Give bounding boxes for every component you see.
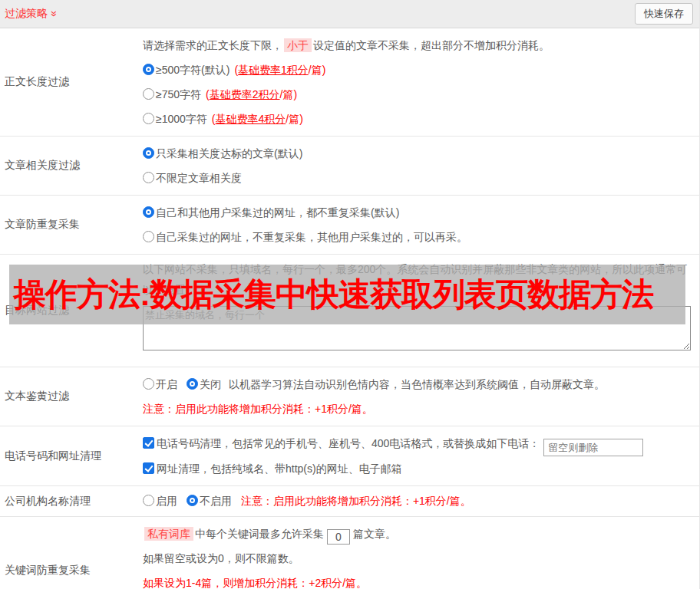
- option-label: 自己采集过的网址，不重复采集，其他用户采集过的，可以再采。: [156, 231, 467, 243]
- top-bar: 过滤策略 » 快速保存: [0, 0, 699, 28]
- keyword-limit-text: 中每个关键词最多允许采集: [195, 528, 324, 540]
- radio-checked-icon[interactable]: [143, 206, 154, 218]
- desc-pre: 请选择需求的正文长度下限，: [143, 39, 282, 51]
- radio-checked-icon[interactable]: [187, 378, 198, 390]
- phone-cleanup-option[interactable]: 电话号码清理，包括常见的手机号、座机号、400电话格式，或替换成如下电话：: [143, 431, 693, 456]
- option-cost: (基础费率1积分/篇): [234, 64, 325, 76]
- row-label-porn-filter: 文本鉴黄过滤: [0, 367, 143, 426]
- radio-icon[interactable]: [143, 172, 154, 183]
- page-title-text: 过滤策略: [5, 7, 48, 21]
- cost-underlined: 基础费率4积分: [216, 113, 286, 125]
- option-relevance-strict[interactable]: 只采集相关度达标的文章(默认): [143, 141, 693, 166]
- option-length-500[interactable]: ≥500字符(默认)(基础费率1积分/篇): [143, 58, 693, 82]
- row-label-company: 公司机构名称清理: [0, 486, 143, 516]
- keyword-limit-tail: 篇文章。: [353, 528, 396, 540]
- option-porn-on[interactable]: 开启: [143, 378, 177, 390]
- porn-filter-note: 注意：启用此功能将增加积分消耗：+1积分/篇。: [143, 397, 693, 421]
- option-label: 自己和其他用户采集过的网址，都不重复采集(默认): [156, 206, 399, 219]
- keyword-limit-input[interactable]: [327, 529, 350, 545]
- url-cleanup-option[interactable]: 网址清理，包括纯域名、带http(s)的网址、电子邮箱: [143, 456, 693, 481]
- cost-underlined: 基础费率2积分: [210, 88, 280, 100]
- radio-icon[interactable]: [143, 495, 154, 506]
- quick-save-button[interactable]: 快速保存: [635, 3, 693, 25]
- option-length-1000[interactable]: ≥1000字符(基础费率4积分/篇): [143, 107, 693, 131]
- porn-filter-description: 以机器学习算法自动识别色情内容，当色情概率达到系统阈值，自动屏蔽文章。: [229, 378, 605, 390]
- porn-filter-toggle-line: 开启关闭 以机器学习算法自动识别色情内容，当色情概率达到系统阈值，自动屏蔽文章。: [143, 372, 693, 397]
- promo-overlay-banner: 操作方法:数据采集中快速获取列表页数据方法: [9, 265, 685, 324]
- radio-icon[interactable]: [143, 231, 154, 242]
- option-label: 开启: [156, 378, 177, 390]
- cost-close: /篇): [280, 88, 298, 100]
- keyword-note-zero: 如果留空或设为0，则不限篇数。: [143, 546, 693, 571]
- option-cost: (基础费率2积分/篇): [206, 88, 297, 100]
- option-label: 电话号码清理，包括常见的手机号、座机号、400电话格式，或替换成如下电话：: [157, 437, 540, 449]
- row-label-relevance: 文章相关度过滤: [0, 137, 143, 195]
- promo-overlay-text: 操作方法:数据采集中快速获取列表页数据方法: [9, 273, 653, 316]
- option-label: 网址清理，包括纯域名、带http(s)的网址、电子邮箱: [157, 462, 402, 475]
- checkbox-checked-icon[interactable]: [143, 437, 154, 449]
- desc-post: 设定值的文章不采集，超出部分不增加积分消耗。: [313, 39, 550, 51]
- row-content-company: 启用不启用 注意：启用此功能将增加积分消耗：+1积分/篇。: [143, 486, 699, 516]
- row-company-name-cleanup: 公司机构名称清理 启用不启用 注意：启用此功能将增加积分消耗：+1积分/篇。: [0, 486, 699, 517]
- option-label: 启用: [156, 495, 177, 507]
- row-relevance-filter: 文章相关度过滤 只采集相关度达标的文章(默认) 不限定文章相关度: [0, 137, 699, 196]
- radio-checked-icon[interactable]: [143, 147, 154, 159]
- row-dedup-collection: 文章防重复采集 自己和其他用户采集过的网址，都不重复采集(默认) 自己采集过的网…: [0, 196, 699, 255]
- radio-icon[interactable]: [143, 113, 154, 124]
- company-toggle-line: 启用不启用 注意：启用此功能将增加积分消耗：+1积分/篇。: [143, 489, 693, 513]
- option-label: ≥500字符(默认): [156, 64, 229, 76]
- cost-underlined: 基础费率1积分: [238, 64, 309, 76]
- row-porn-filter: 文本鉴黄过滤 开启关闭 以机器学习算法自动识别色情内容，当色情概率达到系统阈值，…: [0, 367, 699, 426]
- radio-checked-icon[interactable]: [187, 495, 198, 506]
- cost-close: /篇): [309, 64, 326, 76]
- replacement-phone-input[interactable]: [543, 439, 643, 456]
- row-label-dedup: 文章防重复采集: [0, 196, 143, 254]
- filter-strategy-page: 过滤策略 » 快速保存 正文长度过滤 请选择需求的正文长度下限，小于设定值的文章…: [0, 0, 700, 589]
- option-company-on[interactable]: 启用: [143, 495, 177, 507]
- checkbox-checked-icon[interactable]: [143, 462, 154, 474]
- row-content-dedup: 自己和其他用户采集过的网址，都不重复采集(默认) 自己采集过的网址，不重复采集，…: [143, 196, 699, 254]
- row-label-phone-url: 电话号码和网址清理: [0, 426, 143, 485]
- desc-highlight: 小于: [284, 38, 312, 52]
- option-porn-off[interactable]: 关闭: [187, 378, 221, 390]
- company-note: 注意：启用此功能将增加积分消耗：+1积分/篇。: [241, 495, 471, 507]
- private-lexicon-highlight: 私有词库: [144, 527, 193, 541]
- option-label: 只采集相关度达标的文章(默认): [156, 147, 302, 160]
- page-title[interactable]: 过滤策略 »: [5, 7, 58, 21]
- row-content-keyword: 私有词库中每个关键词最多允许采集篇文章。 如果留空或设为0，则不限篇数。 如果设…: [143, 517, 699, 589]
- row-phone-url-cleanup: 电话号码和网址清理 电话号码清理，包括常见的手机号、座机号、400电话格式，或替…: [0, 426, 699, 486]
- row-label-keyword: 关键词防重复采集: [0, 517, 143, 589]
- option-label: ≥750字符: [156, 88, 201, 100]
- text-length-description: 请选择需求的正文长度下限，小于设定值的文章不采集，超出部分不增加积分消耗。: [143, 33, 693, 58]
- option-cost: (基础费率4积分/篇): [212, 113, 303, 125]
- row-content-text-length: 请选择需求的正文长度下限，小于设定值的文章不采集，超出部分不增加积分消耗。 ≥5…: [143, 28, 699, 136]
- row-content-porn-filter: 开启关闭 以机器学习算法自动识别色情内容，当色情概率达到系统阈值，自动屏蔽文章。…: [143, 367, 699, 426]
- row-content-phone-url: 电话号码清理，包括常见的手机号、座机号、400电话格式，或替换成如下电话： 网址…: [143, 426, 699, 485]
- row-label-text-length: 正文长度过滤: [0, 28, 143, 136]
- keyword-limit-line: 私有词库中每个关键词最多允许采集篇文章。: [143, 522, 693, 546]
- radio-checked-icon[interactable]: [143, 64, 154, 75]
- option-label: 不启用: [200, 495, 232, 507]
- option-dedup-all-users[interactable]: 自己和其他用户采集过的网址，都不重复采集(默认): [143, 200, 693, 225]
- cost-close: /篇): [286, 113, 303, 125]
- keyword-note-cost: 如果设为1-4篇，则增加积分消耗：+2积分/篇。: [143, 571, 693, 589]
- radio-icon[interactable]: [143, 88, 154, 100]
- chevron-down-icon: »: [49, 11, 60, 17]
- option-label: ≥1000字符: [156, 113, 207, 125]
- option-company-off[interactable]: 不启用: [187, 495, 232, 507]
- row-content-relevance: 只采集相关度达标的文章(默认) 不限定文章相关度: [143, 137, 699, 195]
- radio-icon[interactable]: [143, 378, 154, 390]
- row-text-length-filter: 正文长度过滤 请选择需求的正文长度下限，小于设定值的文章不采集，超出部分不增加积…: [0, 28, 699, 137]
- option-dedup-self-only[interactable]: 自己采集过的网址，不重复采集，其他用户采集过的，可以再采。: [143, 225, 693, 249]
- row-keyword-dedup: 关键词防重复采集 私有词库中每个关键词最多允许采集篇文章。 如果留空或设为0，则…: [0, 517, 699, 589]
- option-length-750[interactable]: ≥750字符(基础费率2积分/篇): [143, 82, 693, 107]
- option-label: 不限定文章相关度: [156, 172, 242, 184]
- option-relevance-any[interactable]: 不限定文章相关度: [143, 166, 693, 190]
- option-label: 关闭: [200, 378, 221, 390]
